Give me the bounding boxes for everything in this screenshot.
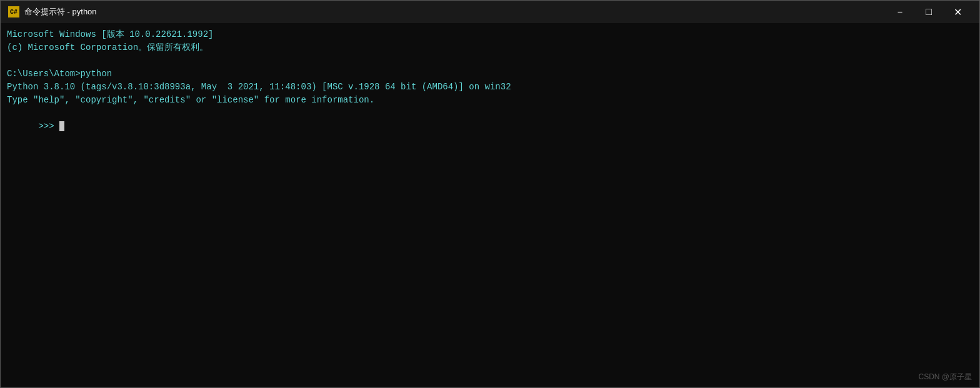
cursor-blink: [59, 121, 64, 131]
app-icon: C#: [8, 6, 19, 17]
terminal-line-6: Type "help", "copyright", "credits" or "…: [7, 94, 973, 107]
terminal-line-4: C:\Users\Atom>python: [7, 67, 973, 81]
title-bar: C# 命令提示符 - python － □ ✕: [1, 1, 979, 23]
terminal-line-2: (c) Microsoft Corporation。保留所有权利。: [7, 41, 973, 54]
terminal-prompt-line: >>>: [7, 107, 973, 146]
terminal-line-5: Python 3.8.10 (tags/v3.8.10:3d8993a, May…: [7, 81, 973, 94]
terminal-line-1: Microsoft Windows [版本 10.0.22621.1992]: [7, 28, 973, 41]
maximize-button[interactable]: □: [914, 1, 943, 23]
app-icon-text: C#: [10, 9, 18, 16]
terminal-line-3: [7, 54, 973, 67]
prompt-text: >>>: [38, 121, 59, 131]
title-bar-text: 命令提示符 - python: [24, 6, 886, 17]
terminal-window: C# 命令提示符 - python － □ ✕ Microsoft Window…: [0, 0, 980, 388]
minimize-button[interactable]: －: [886, 1, 914, 23]
window-controls: － □ ✕: [886, 1, 972, 23]
watermark: CSDN @原子星: [918, 372, 972, 382]
terminal-body[interactable]: Microsoft Windows [版本 10.0.22621.1992] (…: [1, 23, 979, 387]
close-button[interactable]: ✕: [943, 1, 972, 23]
